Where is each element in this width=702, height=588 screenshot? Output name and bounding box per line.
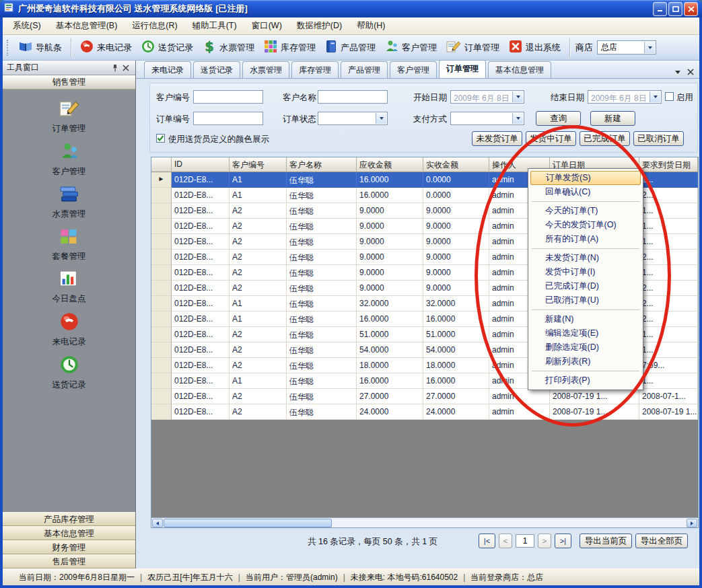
- page-number-input[interactable]: [516, 534, 534, 548]
- menu-item[interactable]: 窗口(W): [244, 17, 289, 34]
- context-menu-item[interactable]: 已完成订单(D): [530, 279, 641, 293]
- sidebar-item-daily-check[interactable]: 今日盘点: [26, 270, 113, 305]
- chevron-down-icon[interactable]: [512, 91, 523, 102]
- column-header[interactable]: 客户名称: [287, 157, 357, 172]
- pin-icon[interactable]: [110, 63, 120, 73]
- start-date-picker[interactable]: 2009年 6月 8日: [450, 90, 524, 104]
- order-status-filter-button[interactable]: 已取消订单: [633, 131, 684, 146]
- chevron-down-icon[interactable]: [650, 91, 660, 102]
- context-menu-item[interactable]: 已取消订单(U): [530, 293, 641, 307]
- order-code-input[interactable]: [193, 112, 263, 125]
- tab[interactable]: 来电记录: [144, 61, 191, 78]
- first-page-button[interactable]: |<: [479, 534, 495, 548]
- context-menu-item[interactable]: 回单确认(C): [530, 185, 641, 199]
- cell-required-date: 2...: [639, 311, 698, 327]
- column-header[interactable]: 应收金额: [357, 157, 423, 172]
- table-row[interactable]: 012D-E8... A2 伍华聪 27.0000 27.0000 admin …: [151, 389, 698, 404]
- enable-date-checkbox[interactable]: [665, 92, 674, 101]
- title-bar[interactable]: 广州爱奇迪软件科技有限公司 送水管理系统网络版 [已注册]: [0, 0, 702, 17]
- column-header[interactable]: 客户编号: [230, 157, 287, 172]
- maximize-button[interactable]: [668, 2, 682, 16]
- sidebar-group-bar[interactable]: 财务管理: [3, 540, 135, 554]
- order-status-filter-button[interactable]: 发货中订单: [526, 131, 576, 146]
- toolbar-navigator-button[interactable]: 导航条: [14, 38, 67, 57]
- sidebar-item-call-records[interactable]: 来电记录: [26, 312, 113, 348]
- toolbar-product-button[interactable]: 产品管理: [320, 38, 380, 57]
- toolbar-grip[interactable]: [7, 40, 9, 56]
- order-status-select[interactable]: [318, 112, 388, 125]
- customer-name-input[interactable]: [318, 90, 388, 104]
- context-menu-item[interactable]: 打印列表(P): [530, 373, 641, 388]
- toolbar-inventory-button[interactable]: 库存管理: [259, 38, 320, 57]
- query-button[interactable]: 查询: [536, 111, 581, 126]
- sidebar-item-water-ticket[interactable]: 水票管理: [26, 185, 113, 220]
- tab[interactable]: 水票管理: [242, 61, 289, 78]
- column-header[interactable]: 实收金额: [423, 157, 489, 172]
- scroll-left-icon[interactable]: [152, 519, 163, 527]
- context-menu-item[interactable]: 今天的订单(T): [530, 204, 641, 218]
- pay-method-select[interactable]: [450, 112, 524, 125]
- close-icon[interactable]: [120, 63, 131, 73]
- order-status-filter-button[interactable]: 未发货订单: [472, 131, 522, 146]
- prev-page-button[interactable]: <: [499, 534, 512, 548]
- close-button[interactable]: [684, 2, 698, 16]
- column-header[interactable]: 要求到货日期: [639, 157, 698, 172]
- tab[interactable]: 客户管理: [390, 61, 437, 78]
- order-status-filter-button[interactable]: 已完成订单: [580, 131, 630, 146]
- context-menu-item[interactable]: 未发货订单(N): [530, 251, 641, 265]
- column-header[interactable]: ID: [172, 157, 230, 172]
- menu-item[interactable]: 运行信息(R): [125, 17, 184, 34]
- minimize-button[interactable]: [653, 2, 667, 16]
- menu-item[interactable]: 辅助工具(T): [185, 17, 244, 34]
- new-button[interactable]: 新建: [590, 111, 635, 126]
- chevron-down-icon[interactable]: [376, 113, 386, 124]
- context-menu-item[interactable]: 编辑选定项(E): [530, 326, 641, 340]
- scroll-right-icon[interactable]: [687, 519, 697, 527]
- toolbar-customer-button[interactable]: 客户管理: [380, 38, 442, 57]
- tab[interactable]: 基本信息管理: [488, 61, 551, 78]
- context-menu-item[interactable]: 刷新列表(R): [530, 355, 641, 369]
- chevron-down-icon[interactable]: [644, 42, 655, 53]
- customer-code-input[interactable]: [193, 90, 263, 104]
- tab-list-chevron-down-icon[interactable]: [675, 71, 680, 74]
- tab[interactable]: 库存管理: [291, 61, 339, 78]
- chevron-down-icon[interactable]: [512, 113, 523, 124]
- end-date-picker[interactable]: 2009年 6月 8日: [588, 90, 662, 104]
- toolbar-delivery-records-button[interactable]: 送货记录: [137, 38, 198, 57]
- sidebar-group-bar[interactable]: 产品库存管理: [3, 512, 135, 526]
- sidebar-item-customer[interactable]: 客户管理: [26, 142, 113, 178]
- toolbar-exit-button[interactable]: 退出系统: [504, 38, 565, 57]
- next-page-button[interactable]: >: [538, 534, 551, 548]
- toolbar-order-button[interactable]: 订单管理: [442, 38, 504, 57]
- sidebar-group-bar[interactable]: 售后管理: [3, 554, 135, 568]
- column-header[interactable]: [151, 157, 172, 172]
- export-all-pages-button[interactable]: 导出全部页: [635, 534, 688, 548]
- export-current-page-button[interactable]: 导出当前页: [580, 534, 632, 548]
- scrollbar-thumb[interactable]: [164, 519, 332, 527]
- context-menu-item[interactable]: 新建(N): [530, 312, 641, 326]
- context-menu-item[interactable]: 所有的订单(A): [530, 232, 641, 246]
- tab-close-icon[interactable]: [687, 66, 694, 78]
- sidebar-item-delivery-records[interactable]: 送货记录: [26, 355, 113, 391]
- last-page-button[interactable]: >|: [555, 534, 571, 548]
- horizontal-scrollbar[interactable]: [151, 517, 698, 527]
- tab[interactable]: 送货记录: [193, 61, 240, 78]
- menu-item[interactable]: 系统(S): [5, 17, 48, 34]
- tab[interactable]: 订单管理: [439, 60, 486, 78]
- toolbar-call-records-button[interactable]: 来电记录: [75, 38, 137, 57]
- context-menu-item[interactable]: 删除选定项(D): [530, 340, 641, 355]
- toolbar-water-ticket-button[interactable]: $ 水票管理: [198, 38, 259, 57]
- menu-item[interactable]: 基本信息管理(B): [48, 17, 125, 34]
- sidebar-item-package[interactable]: 套餐管理: [26, 227, 113, 262]
- context-menu-item[interactable]: 订单发货(S): [530, 171, 641, 185]
- context-menu-item[interactable]: 今天的发货订单(O): [530, 218, 641, 232]
- color-display-checkbox[interactable]: [156, 134, 165, 143]
- context-menu-item[interactable]: 发货中订单(I): [530, 265, 641, 279]
- menu-item[interactable]: 帮助(H): [349, 17, 392, 34]
- sidebar-group-bar[interactable]: 基本信息管理: [3, 526, 135, 540]
- shop-select[interactable]: 总店: [597, 40, 656, 54]
- tab[interactable]: 产品管理: [341, 61, 388, 78]
- menu-item[interactable]: 数据维护(D): [289, 17, 349, 34]
- table-row[interactable]: 012D-E8... A2 伍华聪 24.0000 24.0000 admin …: [151, 404, 698, 420]
- sidebar-item-order[interactable]: 订单管理: [26, 99, 113, 135]
